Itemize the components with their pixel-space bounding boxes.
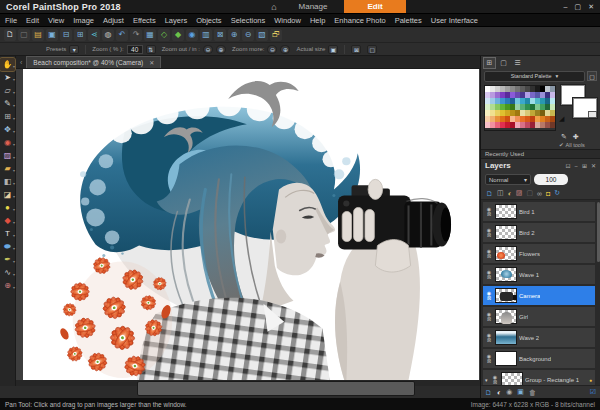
zoom-in-icon[interactable]: ⊕ <box>228 29 240 41</box>
opacity-slider[interactable]: 100 <box>534 174 568 185</box>
layer-thumbnail[interactable] <box>495 204 517 219</box>
new-vector-layer-button[interactable]: ◐ <box>497 389 501 396</box>
layer-link-icon[interactable]: ⊠ <box>491 380 499 385</box>
swap-colors-icon[interactable]: ◢ <box>559 115 564 123</box>
horizontal-scrollbar[interactable] <box>16 380 480 386</box>
layer-thumbnail[interactable] <box>495 267 517 282</box>
load-image-button[interactable]: ▣ <box>517 388 524 396</box>
flyout-arrow-icon[interactable]: ▾ <box>13 259 15 264</box>
zoom-value-input[interactable]: 40 <box>127 45 143 54</box>
crop-tool[interactable]: ⊞▾ <box>0 110 15 123</box>
menu-objects[interactable]: Objects <box>196 16 221 25</box>
rotate-right-icon[interactable]: ◆ <box>172 29 184 41</box>
minimize-icon[interactable]: – <box>564 3 568 10</box>
layer-name[interactable]: Wave 2 <box>519 335 539 341</box>
flyout-arrow-icon[interactable]: ▾ <box>13 233 15 238</box>
pick-tool[interactable]: ➤▾ <box>0 71 15 84</box>
menu-help[interactable]: Help <box>310 16 325 25</box>
color-swatch[interactable] <box>550 122 555 128</box>
layer-thumbnail[interactable] <box>501 372 523 385</box>
document-tab[interactable]: Beach composition* @ 40% (Camera) ✕ <box>26 56 161 68</box>
zoom-in-button[interactable]: ⊕ <box>216 45 226 54</box>
flyout-arrow-icon[interactable]: ▾ <box>13 129 15 134</box>
panel-pin-checkbox[interactable]: ☑ <box>590 388 596 396</box>
layer-row-bird-2[interactable]: ◉⊠Bird 2 <box>483 223 595 242</box>
menu-enhance-photo[interactable]: Enhance Photo <box>334 16 385 25</box>
layer-name[interactable]: Camera <box>519 293 540 299</box>
gradient-fill-tool[interactable]: ◧▾ <box>0 175 15 188</box>
layer-row-background[interactable]: ◉⊠Background <box>483 349 595 368</box>
fit-window-button[interactable]: ▢ <box>367 45 377 54</box>
layer-link-icon[interactable]: ⊠ <box>485 275 493 280</box>
layer-row-girl[interactable]: ◉⊠Girl <box>483 307 595 326</box>
undo-icon[interactable]: ↶ <box>116 29 128 41</box>
layer-row-camera[interactable]: ◉⊠Camera <box>483 286 595 305</box>
flyout-arrow-icon[interactable]: ▾ <box>13 155 15 160</box>
layers-minimize-icon[interactable]: − <box>574 163 578 169</box>
selection-tool[interactable]: ▱▾ <box>0 84 15 97</box>
color-changer-tool[interactable]: ◆▾ <box>0 214 15 227</box>
menu-user-interface[interactable]: User Interface <box>431 16 478 25</box>
tab-edit[interactable]: Edit <box>344 0 406 13</box>
flyout-arrow-icon[interactable]: ▾ <box>13 64 15 69</box>
flyout-arrow-icon[interactable]: ▾ <box>13 285 15 290</box>
zoom-out-icon[interactable]: ⊖ <box>242 29 254 41</box>
swatches-tab[interactable]: ⊞ <box>484 58 495 68</box>
move-tool[interactable]: ✥▾ <box>0 123 15 136</box>
layers-close-icon[interactable]: ✕ <box>591 162 596 169</box>
flyout-arrow-icon[interactable]: ▾ <box>13 181 15 186</box>
menu-image[interactable]: Image <box>73 16 94 25</box>
menu-window[interactable]: Window <box>274 16 301 25</box>
layer-link-icon[interactable]: ⊠ <box>485 317 493 322</box>
layer-name[interactable]: Girl <box>519 314 528 320</box>
tab-manage[interactable]: Manage <box>282 0 344 13</box>
link-layers-button[interactable]: ∞ <box>537 190 542 197</box>
zoom-more-in-button[interactable]: ⊕ <box>280 45 290 54</box>
new-file-icon[interactable]: 🗋 <box>4 29 16 41</box>
flyout-arrow-icon[interactable]: ▾ <box>13 272 15 277</box>
add-swatch-icon[interactable]: ✚ <box>573 133 579 141</box>
text-tool[interactable]: T▾ <box>0 227 15 240</box>
new-adjustment-layer-button[interactable]: ◐ <box>508 190 512 197</box>
flyout-arrow-icon[interactable]: ▾ <box>13 207 15 212</box>
bg-style-mini[interactable] <box>588 111 597 118</box>
presets-dropdown[interactable]: ▾ <box>69 45 79 54</box>
image-document[interactable] <box>23 69 479 380</box>
palette-options-button[interactable]: ▢ <box>587 71 597 81</box>
share-icon[interactable]: ⋖ <box>88 29 100 41</box>
layer-row-flowers[interactable]: ◉⊠Flowers <box>483 244 595 263</box>
tab-scroll-left-icon[interactable]: ‹ <box>16 59 26 66</box>
save-as-icon[interactable]: ⊟ <box>60 29 72 41</box>
layer-link-icon[interactable]: ⊠ <box>485 296 493 301</box>
pan-tool[interactable]: ✋▾ <box>0 58 15 71</box>
group-expand-icon[interactable]: ▾ <box>485 377 489 383</box>
menu-view[interactable]: View <box>48 16 64 25</box>
new-layer-button[interactable]: 🗋 <box>486 190 493 197</box>
preset-shape-tool[interactable]: ⬬▾ <box>0 240 15 253</box>
layer-name[interactable]: Flowers <box>519 251 540 257</box>
layer-name[interactable]: Bird 2 <box>519 230 535 236</box>
sliders-tab[interactable]: ☰ <box>512 58 523 68</box>
duplicate-icon[interactable]: 🗗 <box>270 29 282 41</box>
layer-link-icon[interactable]: ⊠ <box>485 233 493 238</box>
home-icon[interactable]: ⌂ <box>266 0 282 13</box>
layer-thumbnail[interactable] <box>495 246 517 261</box>
blend-mode-dropdown[interactable]: Normal ▾ <box>485 174 531 185</box>
layer-link-icon[interactable]: ⊠ <box>485 359 493 364</box>
flyout-arrow-icon[interactable]: ▾ <box>13 90 15 95</box>
all-tools-checkbox[interactable]: ✔ <box>559 142 564 148</box>
flyout-arrow-icon[interactable]: ▾ <box>13 142 15 147</box>
document-close-icon[interactable]: ✕ <box>149 59 154 66</box>
delete-layer-button[interactable]: 🗑 <box>529 389 536 396</box>
red-eye-tool[interactable]: ◉▾ <box>0 136 15 149</box>
frame-tab[interactable]: ▢ <box>498 58 509 68</box>
flyout-arrow-icon[interactable]: ▾ <box>13 77 15 82</box>
info-icon[interactable]: ◉ <box>186 29 198 41</box>
layer-row-wave-1[interactable]: ◉⊠Wave 1 <box>483 265 595 284</box>
zoom-more-out-button[interactable]: ⊖ <box>267 45 277 54</box>
flyout-arrow-icon[interactable]: ▾ <box>13 103 15 108</box>
background-color-swatch[interactable] <box>573 98 597 118</box>
layer-link-icon[interactable]: ⊠ <box>485 212 493 217</box>
layer-name[interactable]: Bird 1 <box>519 209 535 215</box>
flyout-arrow-icon[interactable]: ▾ <box>13 220 15 225</box>
